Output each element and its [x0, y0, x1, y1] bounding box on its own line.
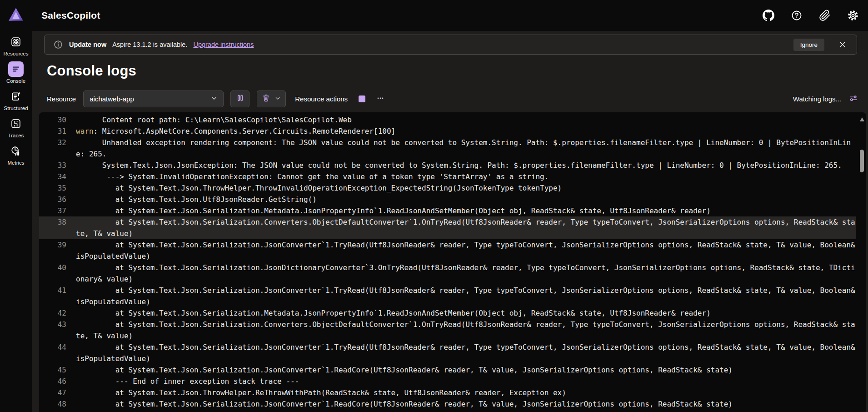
more-options-button[interactable] — [374, 92, 387, 106]
log-line: 31warn: Microsoft.AspNetCore.Components.… — [39, 126, 856, 137]
line-number: 40 — [45, 262, 66, 285]
upgrade-instructions-link[interactable]: Upgrade instructions — [193, 41, 254, 48]
paperclip-icon[interactable] — [818, 10, 831, 22]
log-line: 32 Unhandled exception rendering compone… — [39, 137, 856, 160]
log-line: 41 at System.Text.Json.Serialization.Jso… — [39, 285, 856, 307]
log-text: at System.Text.Json.Serialization.JsonCo… — [76, 285, 856, 307]
sidebar-item-label: Metrics — [7, 160, 24, 166]
top-header: SalesCopilot — [0, 0, 868, 31]
aspire-triangle-icon — [8, 6, 24, 25]
log-line: 42 at System.Text.Json.Serialization.Met… — [39, 307, 856, 319]
warn-level-label: warn — [76, 127, 94, 136]
sidebar-item-structured[interactable]: Structured — [0, 89, 32, 111]
log-text: Unhandled exception rendering component:… — [76, 137, 856, 160]
sidebar-item-console[interactable]: Console — [0, 61, 32, 84]
log-line: 33 System.Text.Json.JsonException: The J… — [39, 160, 856, 171]
log-text: ---> System.InvalidOperationException: C… — [76, 171, 856, 182]
line-number: 31 — [45, 126, 66, 137]
line-number: 42 — [45, 307, 66, 319]
console-lines-icon — [8, 61, 24, 77]
resource-actions-label: Resource actions — [295, 95, 348, 103]
resource-select-value: aichatweb-app — [90, 95, 134, 103]
structured-logs-icon — [8, 89, 24, 104]
app-title: SalesCopilot — [41, 10, 100, 21]
stop-resource-button[interactable] — [355, 92, 368, 105]
scrollbar-thumb[interactable] — [860, 150, 864, 172]
log-line: 36 at System.Text.Json.Utf8JsonReader.Ge… — [39, 194, 856, 205]
update-banner: Update now Aspire 13.1.2 is available. U… — [44, 35, 857, 55]
log-line: 35 at System.Text.Json.ThrowHelper.Throw… — [39, 182, 856, 194]
line-number: 38 — [45, 216, 66, 239]
log-text: at System.Text.Json.Serialization.JsonCo… — [76, 239, 856, 262]
line-number: 32 — [45, 137, 66, 160]
sidebar-item-resources[interactable]: Resources — [0, 34, 32, 56]
log-text: at System.Text.Json.Serialization.Metada… — [76, 205, 856, 216]
line-number: 33 — [45, 160, 66, 171]
body-row: ResourcesConsoleStructuredTracesMetrics … — [0, 31, 868, 412]
sidebar-nav: ResourcesConsoleStructuredTracesMetrics — [0, 31, 32, 412]
log-text: at System.Text.Json.Serialization.JsonCo… — [76, 398, 856, 410]
log-text: at System.Text.Json.ThrowHelper.ReThrowW… — [76, 387, 856, 398]
line-number: 47 — [45, 387, 66, 398]
line-number: 39 — [45, 239, 66, 262]
scroll-up-arrow-icon[interactable] — [860, 117, 864, 121]
aspire-dashboard: SalesCopilot ResourcesConsoleStructuredT… — [0, 0, 868, 412]
log-line: 37 at System.Text.Json.Serialization.Met… — [39, 205, 856, 216]
log-line: 43 at System.Text.Json.Serialization.Con… — [39, 319, 856, 342]
github-icon[interactable] — [762, 10, 774, 22]
pause-logs-button[interactable] — [230, 90, 249, 107]
banner-message: Aspire 13.1.2 is available. — [112, 41, 187, 48]
line-number: 35 — [45, 182, 66, 194]
info-icon — [53, 40, 63, 50]
line-number: 45 — [45, 364, 66, 376]
resources-grid-icon — [8, 34, 24, 50]
aspire-logo[interactable] — [0, 6, 32, 25]
log-text: System.Text.Json.JsonException: The JSON… — [76, 160, 856, 171]
traces-gantt-icon — [8, 116, 24, 131]
ellipsis-icon — [376, 94, 385, 104]
resource-select[interactable]: aichatweb-app — [83, 90, 224, 107]
log-text: at System.Text.Json.Serialization.Conver… — [76, 216, 856, 239]
settings-gear-icon[interactable] — [847, 10, 859, 22]
log-line: 30 Content root path: C:\Learn\SalesCopi… — [39, 114, 856, 126]
line-number: 30 — [45, 114, 66, 126]
help-icon[interactable] — [790, 10, 803, 22]
log-line: 34 ---> System.InvalidOperationException… — [39, 171, 856, 182]
chevron-down-icon — [274, 95, 281, 103]
pause-icon — [235, 93, 245, 104]
chevron-down-icon — [210, 94, 218, 104]
log-text: --- End of inner exception stack trace -… — [76, 376, 856, 387]
log-text: warn: Microsoft.AspNetCore.Components.Se… — [76, 126, 856, 137]
stop-square-icon — [359, 95, 365, 102]
line-number: 41 — [45, 285, 66, 307]
clear-logs-button[interactable] — [257, 90, 286, 107]
trash-icon — [261, 93, 271, 104]
ignore-button[interactable]: Ignore — [793, 39, 824, 51]
line-number: 44 — [45, 342, 66, 364]
sidebar-item-traces[interactable]: Traces — [0, 116, 32, 138]
sidebar-item-label: Structured — [4, 106, 28, 111]
log-text: at System.Text.Json.Serialization.JsonCo… — [76, 364, 856, 376]
console-log-viewer: 30 Content root path: C:\Learn\SalesCopi… — [39, 112, 866, 412]
log-text: at System.Text.Json.Serialization.Conver… — [76, 319, 856, 342]
sidebar-item-metrics[interactable]: Metrics — [0, 143, 32, 166]
log-scrollbar[interactable] — [859, 115, 864, 412]
banner-title: Update now — [69, 41, 106, 48]
sidebar-item-label: Traces — [8, 133, 24, 138]
close-banner-icon[interactable] — [838, 40, 848, 50]
filter-sliders-icon — [848, 93, 858, 105]
page-title: Console logs — [47, 63, 868, 79]
log-line: 40 at System.Text.Json.Serialization.Jso… — [39, 262, 856, 285]
sidebar-item-label: Resources — [4, 51, 29, 56]
watching-logs-status: Watching logs... — [793, 95, 841, 103]
line-number: 48 — [45, 398, 66, 410]
log-line: 44 at System.Text.Json.Serialization.Jso… — [39, 342, 856, 364]
console-toolbar: Resource aichatweb-app Resource actions — [47, 90, 860, 107]
log-line: 47 at System.Text.Json.ThrowHelper.ReThr… — [39, 387, 856, 398]
log-line: 38 at System.Text.Json.Serialization.Con… — [39, 216, 856, 239]
log-text: at System.Text.Json.Serialization.JsonDi… — [76, 262, 856, 285]
log-text: at System.Text.Json.Serialization.JsonCo… — [76, 342, 856, 364]
logs-filter-button[interactable] — [847, 92, 860, 106]
line-number: 37 — [45, 205, 66, 216]
log-line: 46 --- End of inner exception stack trac… — [39, 376, 856, 387]
